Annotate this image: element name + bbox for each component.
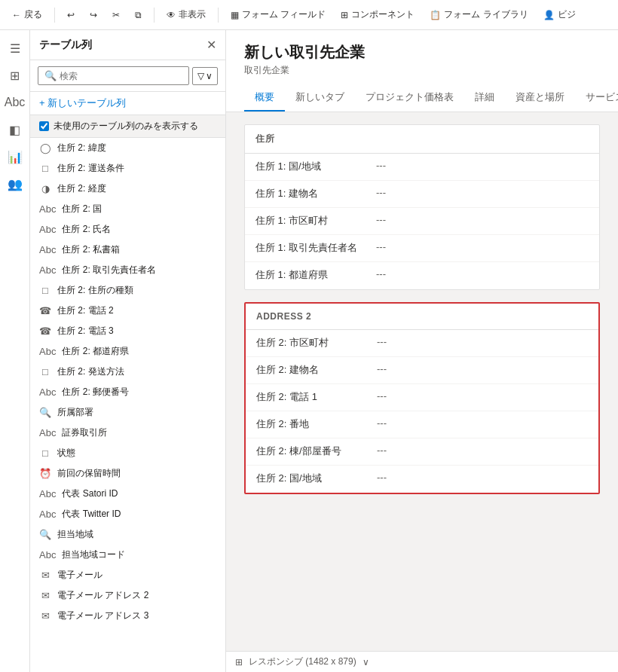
list-item-icon: ✉: [39, 570, 51, 581]
list-item-label: 電子メール アドレス 2: [57, 589, 148, 602]
tab-プロジェクト価格表[interactable]: プロジェクト価格表: [355, 84, 464, 111]
sidebar-text-icon[interactable]: Abc: [3, 90, 27, 115]
list-item[interactable]: Abc住所 2: 郵便番号: [30, 382, 225, 402]
card-label: 住所 2: 国/地域: [256, 472, 377, 485]
tab-新しいタブ[interactable]: 新しいタブ: [285, 84, 355, 111]
sidebar-layers-icon[interactable]: ◧: [3, 118, 27, 142]
search-input[interactable]: [60, 71, 182, 81]
cut-icon: ✂: [112, 10, 120, 20]
card-value: ---: [376, 214, 386, 225]
component-icon: ⊞: [341, 10, 348, 20]
sidebar-table-icon[interactable]: ⊞: [3, 63, 27, 87]
component-label: コンポーネント: [351, 8, 415, 21]
tab-概要[interactable]: 概要: [244, 84, 285, 111]
form-field-button[interactable]: ▦ フォーム フィールド: [225, 5, 332, 24]
toolbar-divider-3: [218, 8, 219, 23]
back-button[interactable]: ← 戻る: [6, 5, 48, 24]
biz-label: ビジ: [558, 8, 576, 21]
tab-サービス[interactable]: サービス: [575, 84, 618, 111]
list-item-icon: ☎: [39, 305, 51, 316]
address2-row: 住所 2: 国/地域---: [246, 466, 598, 493]
list-item[interactable]: ✉電子メール アドレス 3: [30, 606, 225, 626]
filter-button[interactable]: ▽ ∨: [192, 67, 218, 85]
list-item[interactable]: □住所 2: 発送方法: [30, 362, 225, 382]
sidebar-chart-icon[interactable]: 📊: [3, 145, 27, 169]
list-item-icon: Abc: [39, 203, 56, 215]
undo-button[interactable]: ↩: [61, 7, 81, 23]
list-item[interactable]: ⏰前回の保留時間: [30, 463, 225, 484]
list-item[interactable]: Abc住所 2: 国: [30, 199, 225, 219]
panel-header: テーブル列 ✕: [30, 30, 225, 60]
address1-row: 住所 1: 取引先責任者名---: [245, 235, 599, 262]
list-item[interactable]: □住所 2: 住所の種類: [30, 280, 225, 301]
list-item-icon: Abc: [39, 386, 56, 398]
list-item[interactable]: ☎住所 2: 電話 3: [30, 321, 225, 341]
status-grid-icon: ⊞: [235, 657, 243, 667]
list-item-icon: □: [39, 447, 51, 459]
list-item[interactable]: ✉電子メール アドレス 2: [30, 585, 225, 606]
card-value: ---: [376, 160, 386, 171]
address1-row: 住所 1: 都道府県---: [245, 262, 599, 289]
list-item[interactable]: ✉電子メール: [30, 565, 225, 585]
list-item[interactable]: 🔍担当地域: [30, 524, 225, 545]
page-title: 新しい取引先企業: [244, 42, 600, 63]
status-dropdown-icon[interactable]: ∨: [363, 657, 369, 667]
list-item[interactable]: Abc住所 2: 私書箱: [30, 240, 225, 260]
icon-sidebar: ☰ ⊞ Abc ◧ 📊 👥: [0, 30, 30, 672]
list-item[interactable]: □住所 2: 運送条件: [30, 158, 225, 179]
eye-icon: 👁: [167, 10, 176, 20]
new-item-label: + 新しいテーブル列: [39, 96, 126, 110]
list-item[interactable]: 🔍所属部署: [30, 402, 225, 423]
list-item-label: 住所 2: 緯度: [57, 142, 106, 154]
list-item[interactable]: ◑住所 2: 経度: [30, 179, 225, 199]
biz-button[interactable]: 👤 ビジ: [537, 5, 582, 24]
redo-button[interactable]: ↪: [84, 7, 103, 23]
form-field-label: フォーム フィールド: [242, 8, 326, 21]
list-item[interactable]: Abc住所 2: 都道府県: [30, 341, 225, 362]
card-value: ---: [376, 268, 386, 279]
unused-columns-label: 未使用のテーブル列のみを表示する: [54, 120, 198, 133]
page-subtitle: 取引先企業: [244, 64, 600, 77]
copy-button[interactable]: ⧉: [129, 7, 148, 23]
list-item[interactable]: Abc代表 Satori ID: [30, 484, 225, 504]
card-label: 住所 2: 棟/部屋番号: [256, 444, 377, 458]
address2-card: ADDRESS 2 住所 2: 市区町村---住所 2: 建物名---住所 2:…: [244, 302, 600, 494]
hide-button[interactable]: 👁 非表示: [161, 5, 212, 24]
list-item[interactable]: Abc住所 2: 取引先責任者名: [30, 260, 225, 280]
new-table-column-button[interactable]: + 新しいテーブル列: [30, 92, 225, 115]
content-scroll[interactable]: 住所 住所 1: 国/地域---住所 1: 建物名---住所 1: 市区町村--…: [226, 112, 618, 651]
sidebar-people-icon[interactable]: 👥: [3, 172, 27, 196]
sidebar-menu-icon[interactable]: ☰: [3, 36, 27, 60]
list-item[interactable]: ☎住所 2: 電話 2: [30, 301, 225, 321]
filter-icon: ▽: [197, 71, 204, 81]
search-box[interactable]: 🔍: [38, 66, 189, 85]
undo-icon: ↩: [67, 10, 75, 20]
list-item-icon: ✉: [39, 610, 51, 622]
card-label: 住所 2: 市区町村: [256, 336, 377, 350]
list-item-label: 前回の保留時間: [57, 467, 121, 480]
card-label: 住所 1: 市区町村: [255, 214, 376, 228]
content-area: 新しい取引先企業 取引先企業 概要新しいタブプロジェクト価格表詳細資産と場所サー…: [226, 30, 618, 672]
component-button[interactable]: ⊞ コンポーネント: [335, 5, 421, 24]
close-button[interactable]: ✕: [207, 38, 216, 52]
list-item-label: 住所 2: 取引先責任者名: [62, 264, 156, 276]
form-library-button[interactable]: 📋 フォーム ライブラリ: [424, 5, 534, 24]
list-item[interactable]: Abc証券取引所: [30, 423, 225, 443]
unused-columns-checkbox[interactable]: [39, 121, 49, 131]
list-item-label: 住所 2: 国: [62, 203, 102, 215]
list-item[interactable]: Abc住所 2: 氏名: [30, 219, 225, 240]
list-item[interactable]: Abc担当地域コード: [30, 545, 225, 565]
tab-詳細[interactable]: 詳細: [464, 84, 505, 111]
cut-button[interactable]: ✂: [106, 7, 126, 23]
tab-資産と場所[interactable]: 資産と場所: [505, 84, 575, 111]
search-row: 🔍 ▽ ∨: [30, 60, 225, 92]
address2-row: 住所 2: 棟/部屋番号---: [246, 438, 598, 466]
list-item-label: 所属部署: [57, 406, 93, 419]
page-header: 新しい取引先企業 取引先企業 概要新しいタブプロジェクト価格表詳細資産と場所サー…: [226, 30, 618, 112]
list-item[interactable]: ◯住所 2: 緯度: [30, 138, 225, 158]
list-item[interactable]: □状態: [30, 443, 225, 463]
hide-label: 非表示: [179, 8, 206, 21]
list-item-label: 電子メール アドレス 3: [57, 609, 148, 622]
list-item[interactable]: Abc代表 Twitter ID: [30, 504, 225, 524]
filter-chevron: ∨: [206, 71, 213, 81]
